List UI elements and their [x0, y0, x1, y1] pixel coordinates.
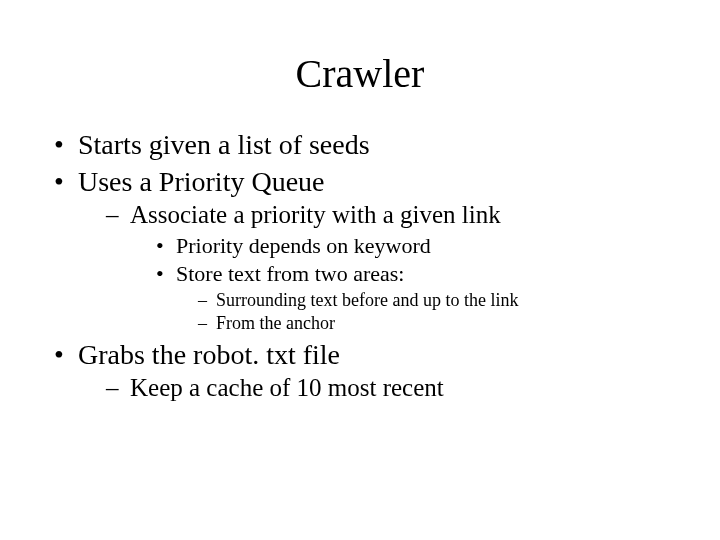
bullet-text: From the anchor [216, 313, 335, 333]
bullet-l1: Uses a Priority Queue Associate a priori… [50, 164, 680, 335]
bullet-l1: Grabs the robot. txt file Keep a cache o… [50, 337, 680, 405]
bullet-list-level4: Surrounding text before and up to the li… [198, 289, 680, 336]
slide-title: Crawler [0, 0, 720, 127]
bullet-text: Keep a cache of 10 most recent [130, 374, 444, 401]
bullet-l3: Store text from two areas: Surrounding t… [154, 260, 680, 335]
bullet-l3: Priority depends on keyword [154, 232, 680, 261]
bullet-text: Associate a priority with a given link [130, 201, 501, 228]
slide: Crawler Starts given a list of seeds Use… [0, 0, 720, 540]
bullet-list-level2: Associate a priority with a given link P… [106, 199, 680, 335]
bullet-text: Store text from two areas: [176, 261, 405, 286]
bullet-l4: From the anchor [198, 312, 680, 335]
bullet-text: Grabs the robot. txt file [78, 339, 340, 370]
bullet-text: Surrounding text before and up to the li… [216, 290, 518, 310]
bullet-text: Starts given a list of seeds [78, 129, 370, 160]
bullet-list-level2: Keep a cache of 10 most recent [106, 372, 680, 405]
bullet-list-level1: Starts given a list of seeds Uses a Prio… [50, 127, 680, 405]
bullet-l2: Keep a cache of 10 most recent [106, 372, 680, 405]
bullet-text: Priority depends on keyword [176, 233, 431, 258]
bullet-l1: Starts given a list of seeds [50, 127, 680, 162]
bullet-text: Uses a Priority Queue [78, 166, 325, 197]
bullet-list-level3: Priority depends on keyword Store text f… [154, 232, 680, 336]
bullet-l2: Associate a priority with a given link P… [106, 199, 680, 335]
bullet-l4: Surrounding text before and up to the li… [198, 289, 680, 312]
slide-content: Starts given a list of seeds Uses a Prio… [0, 127, 720, 405]
